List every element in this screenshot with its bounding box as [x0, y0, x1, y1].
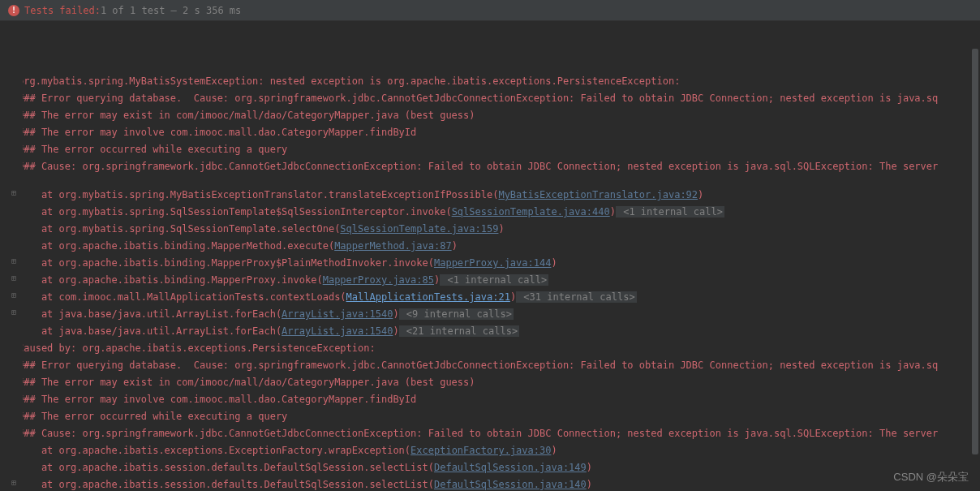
expand-fold-icon[interactable]: ⊞ — [11, 286, 19, 295]
console-line: ### The error may involve com.imooc.mall… — [18, 124, 980, 141]
tests-failed-label: Tests failed: — [24, 5, 101, 16]
console-line: ### The error occurred while executing a… — [18, 141, 980, 158]
console-output[interactable]: ⊞⊞⊞⊞⊞⊞ org.mybatis.spring.MyBatisSystemE… — [0, 21, 980, 491]
source-link[interactable]: MapperProxy.java:144 — [434, 257, 552, 269]
console-line: ### Cause: org.springframework.jdbc.Cann… — [18, 158, 980, 175]
console-line: at org.mybatis.spring.SqlSessionTemplate… — [18, 221, 980, 238]
console-line: at com.imooc.mall.MallApplicationTests.c… — [18, 289, 980, 306]
source-link[interactable]: ExceptionFactory.java:30 — [410, 445, 551, 456]
console-line: at org.apache.ibatis.session.defaults.De… — [18, 459, 980, 476]
fold-gutter: ⊞⊞⊞⊞⊞⊞ — [0, 21, 23, 491]
console-line: ### The error may exist in com/imooc/mal… — [18, 107, 980, 124]
console-line: at java.base/java.util.ArrayList.forEach… — [18, 323, 980, 340]
internal-calls-badge[interactable]: <21 internal calls> — [399, 325, 520, 337]
console-line: ### Error querying database. Cause: org.… — [18, 357, 980, 374]
console-line: ### Error querying database. Cause: org.… — [18, 90, 980, 107]
console-line: at java.base/java.util.ArrayList.forEach… — [18, 306, 980, 323]
test-status-header: ! Tests failed: 1 of 1 test – 2 s 356 ms — [0, 0, 980, 21]
console-line: at org.apache.ibatis.session.defaults.De… — [18, 476, 980, 491]
console-line — [18, 62, 980, 73]
expand-fold-icon[interactable]: ⊞ — [11, 252, 19, 261]
internal-calls-badge[interactable]: <1 internal call> — [616, 206, 724, 218]
source-link[interactable]: MallApplicationTests.java:21 — [346, 291, 510, 303]
console-line: org.mybatis.spring.MyBatisSystemExceptio… — [18, 73, 980, 90]
console-line: at org.apache.ibatis.binding.MapperProxy… — [18, 272, 980, 289]
expand-fold-icon[interactable]: ⊞ — [11, 474, 19, 482]
expand-fold-icon[interactable]: ⊞ — [11, 269, 19, 278]
watermark-text: CSDN @朵朵宝 — [893, 470, 969, 485]
console-line: at org.apache.ibatis.exceptions.Exceptio… — [18, 442, 980, 459]
source-link[interactable]: DefaultSqlSession.java:149 — [434, 462, 587, 473]
console-line — [18, 175, 980, 187]
error-icon: ! — [8, 5, 19, 16]
internal-calls-badge[interactable]: <1 internal call> — [440, 274, 548, 286]
source-link[interactable]: MapperProxy.java:85 — [323, 274, 434, 286]
source-link[interactable]: MyBatisExceptionTranslator.java:92 — [498, 189, 698, 200]
internal-calls-badge[interactable]: <9 internal calls> — [399, 308, 514, 320]
console-line: ### The error may involve com.imooc.mall… — [18, 391, 980, 408]
source-link[interactable]: ArrayList.java:1540 — [282, 308, 393, 320]
tests-failed-detail: 1 of 1 test – 2 s 356 ms — [101, 5, 241, 16]
source-link[interactable]: ArrayList.java:1540 — [282, 325, 393, 337]
console-line: ### The error may exist in com/imooc/mal… — [18, 374, 980, 391]
source-link[interactable]: DefaultSqlSession.java:140 — [434, 479, 587, 490]
expand-fold-icon[interactable]: ⊞ — [11, 304, 19, 312]
console-line: at org.mybatis.spring.MyBatisExceptionTr… — [18, 187, 980, 204]
internal-calls-badge[interactable]: <31 internal calls> — [516, 291, 637, 303]
vertical-scrollbar[interactable] — [972, 49, 978, 454]
console-line: at org.mybatis.spring.SqlSessionTemplate… — [18, 204, 980, 221]
source-link[interactable]: SqlSessionTemplate.java:440 — [452, 206, 610, 218]
source-link[interactable]: MapperMethod.java:87 — [334, 240, 452, 252]
console-line: ### Cause: org.springframework.jdbc.Cann… — [18, 425, 980, 442]
console-line: at org.apache.ibatis.binding.MapperMetho… — [18, 238, 980, 255]
console-line: Caused by: org.apache.ibatis.exceptions.… — [18, 340, 980, 357]
console-line: at org.apache.ibatis.binding.MapperProxy… — [18, 255, 980, 272]
console-line: ### The error occurred while executing a… — [18, 408, 980, 425]
expand-fold-icon[interactable]: ⊞ — [11, 184, 19, 192]
source-link[interactable]: SqlSessionTemplate.java:159 — [340, 223, 498, 235]
